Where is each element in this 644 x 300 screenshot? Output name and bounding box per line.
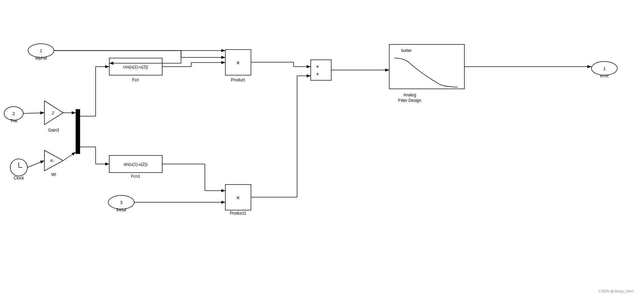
- block-analog-filter[interactable]: butter Analog Filter Design: [389, 44, 464, 103]
- svg-rect-33: [389, 44, 464, 89]
- block-lbetai[interactable]: 3 lbetai: [108, 195, 134, 212]
- block-fcn[interactable]: cos(u(1)-u(2)) Fcn: [109, 58, 162, 82]
- svg-point-17: [76, 132, 79, 135]
- watermark: CSDN @Jessy_chen: [599, 289, 634, 293]
- svg-text:lbetai: lbetai: [116, 207, 126, 212]
- svg-text:sin(u(1)-u(2)): sin(u(1)-u(2)): [124, 162, 148, 167]
- svg-text:Product1: Product1: [230, 211, 246, 216]
- svg-text:Fcn: Fcn: [132, 78, 139, 82]
- svg-rect-16: [76, 109, 80, 154]
- block-product[interactable]: × Product: [225, 50, 251, 82]
- svg-text:butter: butter: [401, 48, 412, 53]
- svg-text:The: The: [10, 119, 17, 123]
- block-sum[interactable]: + +: [311, 60, 331, 80]
- svg-text:3: 3: [120, 200, 122, 205]
- block-lalphai[interactable]: 1 lalphai: [28, 44, 54, 60]
- block-gain3[interactable]: 2 Gain3: [44, 101, 63, 133]
- block-mux[interactable]: [76, 109, 80, 154]
- svg-rect-30: [311, 60, 331, 80]
- block-wi[interactable]: -K- Wi: [44, 150, 63, 177]
- svg-text:-K-: -K-: [50, 159, 55, 163]
- svg-text:Product: Product: [231, 78, 245, 82]
- svg-text:+: +: [316, 64, 319, 69]
- block-the[interactable]: 2 The: [4, 107, 23, 123]
- svg-text:+: +: [316, 71, 319, 77]
- svg-text:×: ×: [236, 194, 240, 201]
- block-error[interactable]: 1 error: [591, 62, 617, 78]
- svg-text:1: 1: [603, 66, 605, 71]
- block-clock[interactable]: Clock: [10, 159, 27, 180]
- svg-text:Gain3: Gain3: [48, 128, 59, 133]
- diagram-container: 1 lalphai 2 The Clock 2 Gain3 -K- Wi: [0, 0, 644, 300]
- block-fcn1[interactable]: sin(u(1)-u(2)) Fcn1: [109, 155, 162, 179]
- svg-text:Clock: Clock: [14, 176, 24, 180]
- simulink-diagram: 1 lalphai 2 The Clock 2 Gain3 -K- Wi: [0, 0, 644, 300]
- svg-text:lalphai: lalphai: [35, 56, 47, 60]
- svg-text:Analog: Analog: [403, 93, 416, 97]
- svg-text:Filter Design: Filter Design: [398, 98, 421, 103]
- svg-text:cos(u(1)-u(2)): cos(u(1)-u(2)): [123, 65, 148, 69]
- block-product1[interactable]: × Product1: [225, 185, 251, 216]
- svg-text:error: error: [600, 73, 608, 78]
- svg-line-50: [27, 161, 44, 167]
- svg-line-52: [63, 152, 76, 161]
- svg-text:Fcn1: Fcn1: [131, 174, 140, 179]
- svg-text:×: ×: [236, 59, 240, 66]
- svg-text:2: 2: [12, 111, 15, 116]
- svg-text:2: 2: [52, 111, 54, 115]
- svg-text:1: 1: [40, 48, 42, 53]
- svg-line-49: [23, 113, 44, 113]
- svg-text:Wi: Wi: [51, 172, 56, 177]
